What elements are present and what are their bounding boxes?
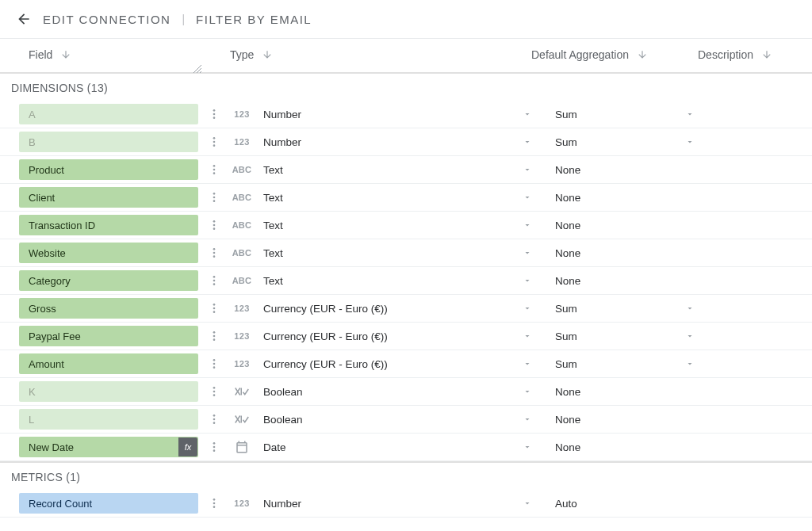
- svg-point-11: [213, 200, 216, 202]
- table-row: Transaction IDABCTextNone: [0, 212, 812, 239]
- type-label: Text: [263, 220, 283, 231]
- col-header-aggregation-label: Default Aggregation: [531, 48, 629, 61]
- type-dropdown-icon[interactable]: [523, 499, 532, 508]
- aggregation-label: None: [555, 220, 580, 231]
- aggregation-label: Auto: [555, 498, 577, 510]
- field-chip[interactable]: B: [19, 132, 198, 152]
- field-chip-label: Client: [29, 192, 55, 204]
- overflow-menu-icon[interactable]: [208, 219, 220, 231]
- field-chip[interactable]: A: [19, 104, 198, 124]
- field-chip[interactable]: Product: [19, 159, 198, 180]
- field-chip[interactable]: Gross: [19, 298, 198, 319]
- svg-point-35: [213, 422, 216, 424]
- svg-point-13: [213, 224, 216, 227]
- overflow-menu-icon[interactable]: [208, 108, 220, 120]
- overflow-menu-icon[interactable]: [208, 136, 220, 148]
- col-header-description[interactable]: Description: [698, 48, 772, 61]
- svg-point-37: [213, 446, 216, 449]
- type-label: Text: [263, 164, 283, 176]
- col-header-type[interactable]: Type: [230, 48, 273, 61]
- type-dropdown-icon[interactable]: [523, 359, 532, 369]
- svg-point-32: [213, 394, 216, 396]
- text-type-icon: ABC: [232, 276, 252, 285]
- field-chip-label: Gross: [29, 303, 56, 315]
- boolean-type-icon: [235, 384, 249, 399]
- type-dropdown-icon[interactable]: [523, 331, 532, 341]
- svg-point-26: [213, 338, 216, 341]
- field-chip[interactable]: Record Count: [19, 493, 198, 514]
- table-row: Gross123Currency (EUR - Euro (€))Sum: [0, 295, 812, 323]
- svg-point-19: [213, 280, 216, 282]
- col-header-aggregation[interactable]: Default Aggregation: [531, 48, 648, 61]
- field-chip-label: Product: [29, 164, 64, 176]
- metrics-section-header: METRICS (1): [0, 461, 812, 490]
- dimensions-section-header: DIMENSIONS (13): [0, 74, 812, 101]
- overflow-menu-icon[interactable]: [208, 330, 220, 342]
- overflow-menu-icon[interactable]: [208, 163, 220, 176]
- type-dropdown-icon[interactable]: [523, 193, 532, 202]
- back-arrow-icon[interactable]: [16, 11, 32, 27]
- aggregation-label: None: [555, 386, 580, 398]
- type-dropdown-icon[interactable]: [523, 442, 532, 452]
- type-dropdown-icon[interactable]: [523, 109, 532, 119]
- aggregation-dropdown-icon[interactable]: [685, 331, 695, 341]
- type-label: Currency (EUR - Euro (€)): [263, 358, 388, 370]
- aggregation-label: Sum: [555, 109, 577, 120]
- type-dropdown-icon[interactable]: [523, 276, 532, 285]
- table-row: Amount123Currency (EUR - Euro (€))Sum: [0, 350, 812, 378]
- overflow-menu-icon[interactable]: [208, 274, 220, 287]
- svg-point-24: [213, 331, 216, 334]
- metrics-list: Record Count123NumberAuto: [0, 490, 812, 518]
- field-chip[interactable]: Website: [19, 243, 198, 263]
- overflow-menu-icon[interactable]: [208, 441, 220, 453]
- sort-arrow-icon: [637, 49, 648, 60]
- type-dropdown-icon[interactable]: [523, 137, 532, 147]
- field-chip-label: Paypal Fee: [29, 330, 81, 342]
- svg-point-9: [213, 193, 216, 195]
- overflow-menu-icon[interactable]: [208, 302, 220, 315]
- svg-point-39: [213, 499, 216, 501]
- type-dropdown-icon[interactable]: [523, 220, 532, 230]
- overflow-menu-icon[interactable]: [208, 357, 220, 370]
- fx-badge[interactable]: fx: [178, 437, 197, 457]
- type-dropdown-icon[interactable]: [523, 248, 532, 258]
- field-chip[interactable]: Amount: [19, 353, 198, 374]
- field-chip[interactable]: New Datefx: [19, 437, 198, 457]
- svg-point-41: [213, 506, 216, 508]
- table-row: A123NumberSum: [0, 101, 812, 128]
- svg-point-10: [213, 197, 216, 199]
- field-chip[interactable]: K: [19, 381, 198, 402]
- aggregation-dropdown-icon[interactable]: [685, 137, 695, 147]
- svg-point-5: [213, 144, 216, 147]
- aggregation-dropdown-icon[interactable]: [685, 109, 695, 119]
- aggregation-dropdown-icon[interactable]: [685, 359, 695, 369]
- overflow-menu-icon[interactable]: [208, 191, 220, 204]
- page-title: EDIT CONNECTION: [43, 13, 170, 26]
- field-chip[interactable]: Category: [19, 270, 198, 291]
- overflow-menu-icon[interactable]: [208, 385, 220, 398]
- field-chip[interactable]: Client: [19, 187, 198, 208]
- divider: |: [182, 13, 185, 25]
- overflow-menu-icon[interactable]: [208, 246, 220, 259]
- type-dropdown-icon[interactable]: [523, 414, 532, 424]
- col-header-field[interactable]: Field: [29, 48, 71, 61]
- field-chip[interactable]: Paypal Fee: [19, 326, 198, 346]
- type-dropdown-icon[interactable]: [523, 165, 532, 174]
- text-type-icon: ABC: [232, 248, 252, 258]
- aggregation-label: None: [555, 192, 580, 204]
- overflow-menu-icon[interactable]: [208, 413, 220, 426]
- table-row: ProductABCTextNone: [0, 156, 812, 184]
- overflow-menu-icon[interactable]: [208, 497, 220, 510]
- type-label: Date: [263, 441, 286, 453]
- header-bar: EDIT CONNECTION | FILTER BY EMAIL: [0, 0, 812, 39]
- type-dropdown-icon[interactable]: [523, 387, 532, 396]
- type-label: Text: [263, 247, 283, 259]
- column-resize-handle[interactable]: [193, 63, 201, 71]
- field-chip[interactable]: Transaction ID: [19, 215, 198, 235]
- aggregation-dropdown-icon[interactable]: [685, 304, 695, 313]
- type-dropdown-icon[interactable]: [523, 304, 532, 313]
- field-chip[interactable]: L: [19, 409, 198, 430]
- svg-point-29: [213, 366, 216, 369]
- svg-point-25: [213, 335, 216, 338]
- number-type-icon: 123: [234, 359, 249, 369]
